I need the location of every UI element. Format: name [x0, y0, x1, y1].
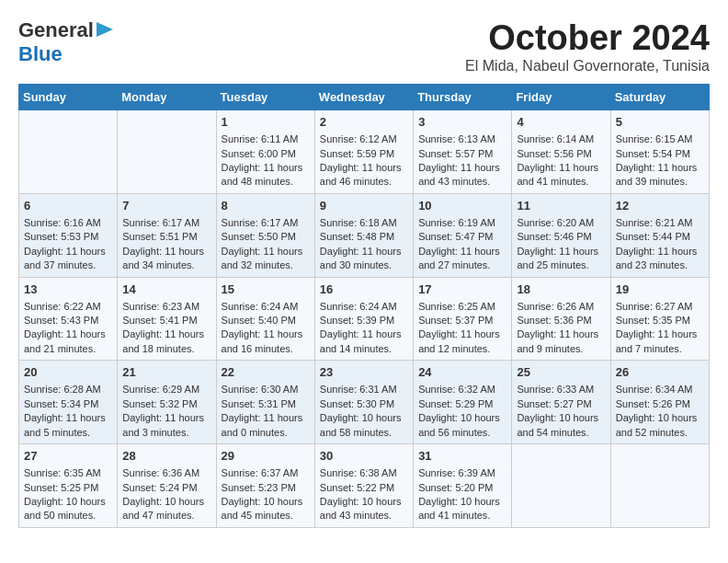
- sunrise-text: Sunrise: 6:39 AM: [418, 466, 506, 480]
- sunrise-text: Sunrise: 6:23 AM: [122, 300, 210, 314]
- sunset-text: Sunset: 5:44 PM: [616, 230, 704, 244]
- day-number: 13: [24, 282, 112, 298]
- sunrise-text: Sunrise: 6:19 AM: [418, 216, 506, 230]
- sunrise-text: Sunrise: 6:17 AM: [222, 216, 310, 230]
- sunset-text: Sunset: 5:37 PM: [418, 314, 506, 327]
- calendar-cell: 28Sunrise: 6:36 AMSunset: 5:24 PMDayligh…: [118, 444, 216, 528]
- calendar-cell: 19Sunrise: 6:27 AMSunset: 5:35 PMDayligh…: [610, 277, 709, 361]
- sunrise-text: Sunrise: 6:13 AM: [418, 132, 506, 146]
- calendar-cell: 4Sunrise: 6:14 AMSunset: 5:56 PMDaylight…: [512, 110, 610, 194]
- daylight-text: Daylight: 10 hours and 54 minutes.: [517, 411, 605, 440]
- sunrise-text: Sunrise: 6:35 AM: [24, 466, 112, 480]
- sunset-text: Sunset: 5:39 PM: [320, 314, 408, 327]
- calendar-cell: 18Sunrise: 6:26 AMSunset: 5:36 PMDayligh…: [512, 277, 610, 361]
- sunrise-text: Sunrise: 6:24 AM: [320, 300, 408, 314]
- sunrise-text: Sunrise: 6:25 AM: [418, 300, 506, 314]
- sunrise-text: Sunrise: 6:22 AM: [24, 300, 112, 314]
- logo-arrow-icon: [97, 22, 113, 40]
- sunset-text: Sunset: 5:27 PM: [517, 397, 605, 411]
- sunset-text: Sunset: 5:54 PM: [616, 147, 704, 161]
- daylight-text: Daylight: 11 hours and 34 minutes.: [122, 245, 210, 273]
- sunset-text: Sunset: 5:43 PM: [24, 314, 112, 327]
- day-number: 5: [616, 114, 704, 131]
- calendar-cell: 8Sunrise: 6:17 AMSunset: 5:50 PMDaylight…: [216, 193, 314, 277]
- daylight-text: Daylight: 11 hours and 18 minutes.: [122, 327, 210, 356]
- daylight-text: Daylight: 11 hours and 3 minutes.: [122, 411, 210, 440]
- calendar-cell: 17Sunrise: 6:25 AMSunset: 5:37 PMDayligh…: [414, 277, 512, 361]
- calendar-cell: 11Sunrise: 6:20 AMSunset: 5:46 PMDayligh…: [512, 193, 610, 277]
- calendar-cell: [512, 444, 610, 528]
- calendar-cell: 20Sunrise: 6:28 AMSunset: 5:34 PMDayligh…: [19, 361, 118, 444]
- calendar-cell: 5Sunrise: 6:15 AMSunset: 5:54 PMDaylight…: [610, 110, 709, 194]
- daylight-text: Daylight: 11 hours and 23 minutes.: [616, 245, 704, 273]
- day-number: 21: [122, 364, 210, 381]
- day-number: 25: [517, 364, 605, 381]
- daylight-text: Daylight: 11 hours and 0 minutes.: [222, 411, 310, 440]
- sunrise-text: Sunrise: 6:15 AM: [616, 132, 704, 146]
- day-number: 4: [517, 114, 605, 131]
- sunset-text: Sunset: 5:36 PM: [517, 314, 605, 327]
- sunset-text: Sunset: 5:51 PM: [122, 230, 210, 244]
- day-number: 12: [616, 198, 704, 214]
- calendar-cell: [118, 110, 216, 194]
- daylight-text: Daylight: 10 hours and 56 minutes.: [418, 411, 506, 440]
- daylight-text: Daylight: 10 hours and 52 minutes.: [616, 411, 704, 440]
- sunset-text: Sunset: 5:23 PM: [222, 481, 310, 495]
- calendar-cell: 14Sunrise: 6:23 AMSunset: 5:41 PMDayligh…: [118, 277, 216, 361]
- daylight-text: Daylight: 11 hours and 14 minutes.: [320, 327, 408, 356]
- sunrise-text: Sunrise: 6:29 AM: [122, 383, 210, 396]
- day-number: 17: [418, 282, 506, 298]
- calendar-cell: 15Sunrise: 6:24 AMSunset: 5:40 PMDayligh…: [216, 277, 314, 361]
- calendar-cell: 10Sunrise: 6:19 AMSunset: 5:47 PMDayligh…: [414, 193, 512, 277]
- daylight-text: Daylight: 11 hours and 16 minutes.: [222, 327, 310, 356]
- daylight-text: Daylight: 11 hours and 39 minutes.: [616, 161, 704, 190]
- calendar-cell: 1Sunrise: 6:11 AMSunset: 6:00 PMDaylight…: [216, 110, 314, 194]
- calendar-cell: 30Sunrise: 6:38 AMSunset: 5:22 PMDayligh…: [314, 444, 413, 528]
- day-number: 20: [24, 364, 112, 381]
- day-number: 7: [122, 198, 210, 214]
- sunrise-text: Sunrise: 6:26 AM: [517, 300, 605, 314]
- sunset-text: Sunset: 5:20 PM: [418, 481, 506, 495]
- day-number: 24: [418, 364, 506, 381]
- day-number: 31: [418, 448, 506, 465]
- calendar-cell: 12Sunrise: 6:21 AMSunset: 5:44 PMDayligh…: [610, 193, 709, 277]
- calendar-cell: 2Sunrise: 6:12 AMSunset: 5:59 PMDaylight…: [314, 110, 413, 194]
- location: El Mida, Nabeul Governorate, Tunisia: [465, 58, 710, 75]
- calendar-cell: 21Sunrise: 6:29 AMSunset: 5:32 PMDayligh…: [118, 361, 216, 444]
- day-header-friday: Friday: [512, 85, 610, 110]
- calendar-cell: 16Sunrise: 6:24 AMSunset: 5:39 PMDayligh…: [314, 277, 413, 361]
- calendar-cell: 31Sunrise: 6:39 AMSunset: 5:20 PMDayligh…: [414, 444, 512, 528]
- sunrise-text: Sunrise: 6:31 AM: [320, 383, 408, 396]
- calendar-cell: 13Sunrise: 6:22 AMSunset: 5:43 PMDayligh…: [19, 277, 118, 361]
- day-number: 23: [320, 364, 408, 381]
- day-number: 26: [616, 364, 704, 381]
- day-number: 11: [517, 198, 605, 214]
- calendar-cell: [19, 110, 118, 194]
- daylight-text: Daylight: 11 hours and 27 minutes.: [418, 245, 506, 273]
- sunrise-text: Sunrise: 6:37 AM: [222, 466, 310, 480]
- calendar-cell: 24Sunrise: 6:32 AMSunset: 5:29 PMDayligh…: [414, 361, 512, 444]
- title-block: October 2024 El Mida, Nabeul Governorate…: [465, 18, 710, 75]
- sunset-text: Sunset: 5:57 PM: [418, 147, 506, 161]
- sunrise-text: Sunrise: 6:11 AM: [222, 132, 310, 146]
- sunset-text: Sunset: 5:29 PM: [418, 397, 506, 411]
- calendar-cell: 29Sunrise: 6:37 AMSunset: 5:23 PMDayligh…: [216, 444, 314, 528]
- day-number: 29: [222, 448, 310, 465]
- daylight-text: Daylight: 10 hours and 50 minutes.: [24, 495, 112, 523]
- day-number: 15: [222, 282, 310, 298]
- daylight-text: Daylight: 10 hours and 41 minutes.: [418, 495, 506, 523]
- day-number: 30: [320, 448, 408, 465]
- calendar-cell: 6Sunrise: 6:16 AMSunset: 5:53 PMDaylight…: [19, 193, 118, 277]
- sunset-text: Sunset: 5:26 PM: [616, 397, 704, 411]
- calendar-cell: 22Sunrise: 6:30 AMSunset: 5:31 PMDayligh…: [216, 361, 314, 444]
- day-header-thursday: Thursday: [414, 85, 512, 110]
- sunset-text: Sunset: 5:40 PM: [222, 314, 310, 327]
- calendar-week-2: 6Sunrise: 6:16 AMSunset: 5:53 PMDaylight…: [19, 193, 710, 277]
- calendar-week-4: 20Sunrise: 6:28 AMSunset: 5:34 PMDayligh…: [19, 361, 710, 444]
- sunrise-text: Sunrise: 6:30 AM: [222, 383, 310, 396]
- calendar-week-3: 13Sunrise: 6:22 AMSunset: 5:43 PMDayligh…: [19, 277, 710, 361]
- day-header-monday: Monday: [118, 85, 216, 110]
- day-number: 22: [222, 364, 310, 381]
- day-number: 2: [320, 114, 408, 131]
- daylight-text: Daylight: 11 hours and 7 minutes.: [616, 327, 704, 356]
